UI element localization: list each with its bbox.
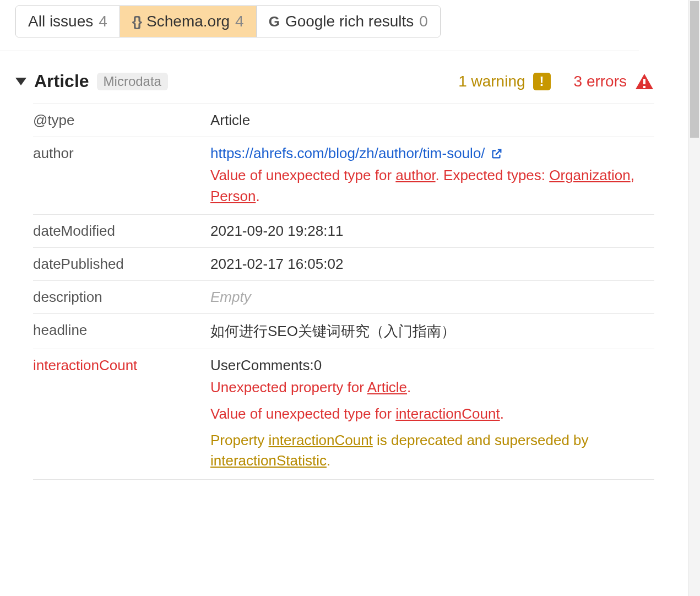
table-row: dateModified 2021-09-20 19:28:11 <box>33 215 654 248</box>
error-message: {} Value of unexpected type for interact… <box>210 404 654 427</box>
tab-count: 0 <box>419 13 428 30</box>
google-g-icon: G <box>269 13 280 30</box>
warning-icon: ! <box>533 73 551 90</box>
error-link-person[interactable]: Person <box>210 188 256 204</box>
error-icon <box>634 73 654 90</box>
warning-message: {} Property interactionCount is deprecat… <box>210 430 654 472</box>
warn-link-interactioncount[interactable]: interactionCount <box>269 432 373 448</box>
property-key: headline <box>33 322 87 339</box>
tab-label: Google rich results <box>285 13 414 30</box>
warn-link-interactionstatistic[interactable]: interactionStatistic <box>210 452 327 469</box>
braces-icon: {} <box>132 13 141 30</box>
link-text: https://ahrefs.com/blog/zh/author/tim-so… <box>210 145 485 162</box>
author-link[interactable]: https://ahrefs.com/blog/zh/author/tim-so… <box>210 145 654 162</box>
tab-google-rich-results[interactable]: G Google rich results 0 <box>257 6 440 37</box>
section-title: Article <box>34 71 89 91</box>
property-value: Article <box>210 112 654 129</box>
svg-rect-1 <box>643 86 645 88</box>
section-header: Article Microdata 1 warning ! 3 errors <box>15 71 654 91</box>
property-table: @type Article author https://ahrefs.com/… <box>33 104 654 480</box>
property-key: @type <box>33 112 75 129</box>
property-value: 2021-02-17 16:05:02 <box>210 256 654 273</box>
table-row: description Empty <box>33 281 654 314</box>
tabs: All issues 4 {} Schema.org 4 G Google ri… <box>15 6 441 37</box>
error-message: {} Value of unexpected type for author. … <box>210 165 654 207</box>
external-link-icon <box>491 148 503 160</box>
table-row: datePublished 2021-02-17 16:05:02 <box>33 248 654 281</box>
property-key: dateModified <box>33 223 115 240</box>
error-link-author[interactable]: author <box>395 167 435 183</box>
table-row: author https://ahrefs.com/blog/zh/author… <box>33 137 654 215</box>
error-message: {} Unexpected property for Article. <box>210 377 654 400</box>
tab-count: 4 <box>235 13 244 30</box>
scrollbar[interactable] <box>688 0 700 596</box>
warning-count: 1 warning <box>458 73 525 90</box>
collapse-toggle-icon[interactable] <box>15 78 26 85</box>
svg-rect-0 <box>643 79 645 84</box>
tab-count: 4 <box>99 13 107 30</box>
property-value: 如何进行SEO关键词研究（入门指南） <box>210 322 654 341</box>
error-link-organization[interactable]: Organization <box>549 167 630 183</box>
property-key: datePublished <box>33 256 124 273</box>
tab-label: All issues <box>28 13 93 30</box>
property-value: 2021-09-20 19:28:11 <box>210 223 654 240</box>
property-value-empty: Empty <box>210 289 654 306</box>
property-key: description <box>33 289 102 306</box>
tab-label: Schema.org <box>146 13 230 30</box>
divider <box>0 51 639 51</box>
tab-schema-org[interactable]: {} Schema.org 4 <box>120 6 257 37</box>
format-badge: Microdata <box>97 73 168 90</box>
property-value: UserComments:0 <box>210 357 654 374</box>
error-link-interactioncount[interactable]: interactionCount <box>395 405 500 422</box>
error-link-article[interactable]: Article <box>367 379 407 395</box>
table-row: interactionCount UserComments:0 {} Unexp… <box>33 349 654 480</box>
scrollbar-thumb[interactable] <box>690 1 699 138</box>
tab-all-issues[interactable]: All issues 4 <box>16 6 120 37</box>
error-count: 3 errors <box>574 73 627 90</box>
property-key: interactionCount <box>33 357 137 374</box>
table-row: headline 如何进行SEO关键词研究（入门指南） <box>33 314 654 349</box>
property-key: author <box>33 145 74 162</box>
table-row: @type Article <box>33 104 654 137</box>
